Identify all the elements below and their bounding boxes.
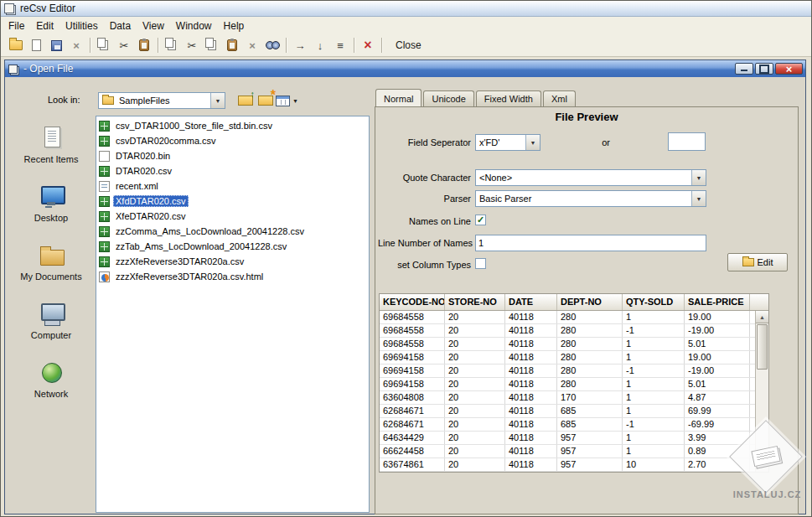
- up-one-level-button[interactable]: [235, 91, 256, 110]
- parser-combo[interactable]: Basic Parser: [475, 190, 706, 207]
- place-my-documents[interactable]: My Documents: [11, 238, 91, 297]
- file-item[interactable]: recent.xml: [97, 178, 368, 194]
- file-item[interactable]: zzzXfeReverse3DTAR020a.csv: [97, 254, 368, 269]
- delete-icon[interactable]: ×: [66, 36, 86, 54]
- place-computer[interactable]: Computer: [11, 297, 91, 355]
- delete-rows-icon[interactable]: ×: [242, 36, 262, 54]
- file-item[interactable]: XfeDTAR020.csv: [97, 209, 368, 224]
- field-separator-dropdown-arrow[interactable]: [525, 135, 540, 150]
- menu-view[interactable]: View: [137, 18, 170, 34]
- edit-button[interactable]: Edit: [727, 253, 788, 271]
- dialog-title-bar[interactable]: - Open File: [5, 60, 805, 77]
- table-row[interactable]: 626846712040118685169.99: [380, 405, 755, 418]
- menu-edit[interactable]: Edit: [30, 18, 59, 34]
- set-column-types-checkbox[interactable]: [475, 258, 486, 269]
- minimize-button[interactable]: [735, 63, 753, 75]
- new-folder-button[interactable]: [256, 91, 276, 110]
- table-row[interactable]: 696941582040118280119.00: [380, 351, 755, 364]
- line-number-input[interactable]: [475, 235, 706, 251]
- file-item[interactable]: DTAR020.csv: [97, 163, 368, 178]
- scroll-up-arrow-icon[interactable]: [756, 311, 768, 323]
- menu-data[interactable]: Data: [104, 18, 137, 34]
- cut-icon[interactable]: ✂: [114, 36, 134, 54]
- column-layout-icon[interactable]: ≡: [330, 36, 350, 54]
- quote-character-dropdown-arrow[interactable]: [691, 170, 706, 185]
- table-row[interactable]: 64634429204011895713.99: [380, 432, 755, 445]
- view-menu-button[interactable]: ▼: [276, 91, 298, 110]
- table-row[interactable]: 696845582040118280119.00: [380, 311, 755, 324]
- table-row[interactable]: 696941582040118280-1-19.00: [380, 364, 755, 378]
- table-cell: 40118: [505, 445, 557, 458]
- table-row[interactable]: 66624458204011895710.89: [380, 445, 755, 458]
- file-item[interactable]: zzTab_Ams_LocDownload_20041228.csv: [97, 239, 368, 254]
- table-row[interactable]: 626846712040118685-1-69.99: [380, 418, 755, 432]
- desktop-icon: [37, 184, 65, 209]
- menu-window[interactable]: Window: [170, 18, 218, 34]
- column-header-date[interactable]: DATE: [505, 294, 557, 310]
- file-type-doc-icon: [99, 151, 110, 162]
- file-item[interactable]: csv_DTAR1000_Store_file_std.bin.csv: [97, 118, 368, 133]
- place-recent-items[interactable]: Recent Items: [11, 121, 91, 179]
- column-header-qty-sold[interactable]: QTY-SOLD: [623, 294, 685, 310]
- column-header-store-no[interactable]: STORE-NO: [445, 294, 505, 310]
- look-in-dropdown-arrow[interactable]: [210, 93, 225, 108]
- table-row[interactable]: 69684558204011828015.01: [380, 338, 755, 351]
- sort-icon[interactable]: ↓: [310, 36, 330, 54]
- file-item[interactable]: zzComma_Ams_LocDownload_20041228.csv: [97, 224, 368, 239]
- copy-rows-icon-glyph: [165, 38, 173, 48]
- alt-separator-input[interactable]: [668, 132, 706, 151]
- menu-utilities[interactable]: Utilities: [59, 18, 104, 34]
- scroll-down-arrow-icon[interactable]: [756, 459, 768, 472]
- menu-help[interactable]: Help: [218, 18, 251, 34]
- places-bar: Recent ItemsDesktopMy DocumentsComputerN…: [11, 121, 91, 414]
- table-cell: 69694158: [380, 364, 445, 377]
- column-header-keycode-no[interactable]: KEYCODE-NO: [380, 294, 445, 310]
- new-document-icon[interactable]: [26, 36, 46, 54]
- column-header-sale-price[interactable]: SALE-PRICE: [685, 294, 750, 310]
- table-row[interactable]: 696845582040118280-1-19.00: [380, 324, 755, 338]
- file-type-csv-icon: [99, 166, 110, 177]
- close-dialog-button[interactable]: [775, 63, 803, 75]
- table-cell: 40118: [505, 378, 557, 390]
- place-network[interactable]: Network: [11, 355, 91, 414]
- scrollbar-thumb[interactable]: [757, 324, 768, 370]
- maximize-button[interactable]: [755, 63, 773, 75]
- field-separator-combo[interactable]: x'FD': [475, 134, 540, 151]
- goto-line-icon[interactable]: →: [290, 36, 310, 54]
- quote-character-combo[interactable]: <None>: [475, 169, 706, 186]
- table-cell: 5.01: [685, 338, 750, 350]
- tab-fixed-width[interactable]: Fixed Width: [476, 90, 541, 106]
- close-file-icon[interactable]: ×: [358, 36, 378, 54]
- close-button[interactable]: Close: [396, 39, 422, 51]
- paste-rows-icon[interactable]: [222, 36, 242, 54]
- tab-unicode[interactable]: Unicode: [423, 90, 473, 106]
- table-cell: 62684671: [380, 418, 445, 431]
- menu-file[interactable]: File: [3, 18, 30, 34]
- copy-cells-icon[interactable]: [202, 36, 222, 54]
- file-item[interactable]: csvDTAR020comma.csv: [97, 133, 368, 148]
- table-scrollbar[interactable]: [755, 311, 768, 472]
- save-icon[interactable]: [46, 36, 66, 54]
- column-header-dept-no[interactable]: DEPT-NO: [557, 294, 623, 310]
- file-item[interactable]: XfdDTAR020.csv: [97, 194, 368, 209]
- file-item[interactable]: DTAR020.bin: [97, 148, 368, 163]
- find-icon[interactable]: [262, 36, 282, 54]
- look-in-combo[interactable]: SampleFiles: [98, 92, 225, 109]
- table-row[interactable]: 63604808204011817014.87: [380, 391, 755, 405]
- paste-icon[interactable]: [134, 36, 154, 54]
- table-row[interactable]: 69694158204011828015.01: [380, 378, 755, 391]
- table-cell: 685: [557, 405, 623, 417]
- copy-rows-icon[interactable]: [162, 36, 182, 54]
- place-desktop[interactable]: Desktop: [11, 179, 91, 238]
- file-item[interactable]: zzzXfeReverse3DTAR020a.csv.html: [97, 269, 368, 284]
- copy-icon[interactable]: [94, 36, 114, 54]
- tab-normal[interactable]: Normal: [375, 89, 422, 106]
- place-label: Recent Items: [24, 154, 79, 164]
- open-icon[interactable]: [6, 36, 26, 54]
- dialog-icon: [8, 65, 18, 74]
- table-row[interactable]: 636748612040118957102.70: [380, 458, 755, 472]
- tab-xml[interactable]: Xml: [543, 90, 576, 106]
- parser-dropdown-arrow[interactable]: [691, 191, 706, 206]
- names-on-line-checkbox[interactable]: [475, 215, 486, 225]
- cut-rows-icon[interactable]: ✂: [182, 36, 202, 54]
